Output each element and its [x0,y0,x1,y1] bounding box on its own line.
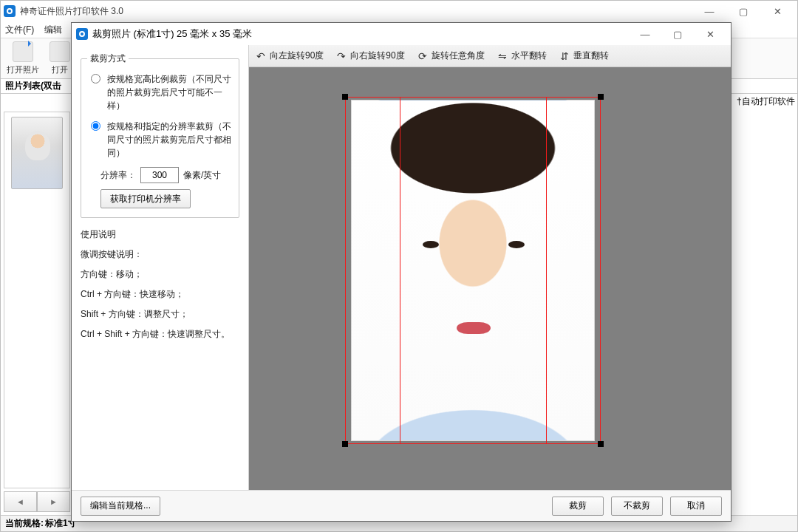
crop-handle-br[interactable] [598,441,604,447]
rotate-right-label: 向右旋转90度 [350,50,404,62]
menu-edit[interactable]: 编辑 [44,24,62,36]
instructions-line-5: Ctrl + Shift + 方向键：快速调整尺寸。 [81,328,239,341]
get-printer-resolution-button[interactable]: 获取打印机分辨率 [100,189,191,208]
dialog-minimize-button[interactable]: — [629,23,661,45]
dialog-left-panel: 裁剪方式 按规格宽高比例裁剪（不同尺寸的照片裁剪完后尺寸可能不一样） 按规格和指… [72,45,249,490]
instructions-line-4: Shift + 方向键：调整尺寸； [81,308,239,321]
rotate-any-button[interactable]: ⟳ 旋转任意角度 [417,50,485,62]
flip-vertical-button[interactable]: ⇵ 垂直翻转 [559,50,609,62]
crop-handle-tr[interactable] [598,94,604,100]
open-photo-icon [13,41,33,62]
crop-handle-tl[interactable] [342,94,348,100]
dialog-close-button[interactable]: ✕ [694,23,726,45]
dialog-footer: 编辑当前规格... 裁剪 不裁剪 取消 [72,490,731,521]
dialog-title: 裁剪照片 (标准1寸) 25 毫米 x 35 毫米 [92,27,252,41]
right-banner: †自动打印软件 [737,95,796,110]
flip-horizontal-label: 水平翻转 [511,50,547,62]
flip-vertical-icon: ⇵ [559,50,570,62]
instructions: 使用说明 微调按键说明： 方向键：移动； Ctrl + 方向键：快速移动； Sh… [81,228,239,341]
flip-vertical-label: 垂直翻转 [573,50,609,62]
crop-option-resolution[interactable]: 按规格和指定的分辨率裁剪（不同尺寸的照片裁剪完后尺寸都相同） [87,120,233,160]
main-minimize-button[interactable]: — [692,1,726,21]
crop-option-aspect-label: 按规格宽高比例裁剪（不同尺寸的照片裁剪完后尺寸可能不一样） [107,72,233,112]
crop-dialog: 裁剪照片 (标准1寸) 25 毫米 x 35 毫米 — ▢ ✕ 裁剪方式 按规格… [71,22,732,522]
open-label: 打开 [52,64,68,75]
edit-spec-button[interactable]: 编辑当前规格... [81,497,160,516]
resolution-label: 分辨率： [100,169,136,182]
dialog-titlebar: 裁剪照片 (标准1寸) 25 毫米 x 35 毫米 — ▢ ✕ [72,23,731,45]
cancel-button[interactable]: 取消 [670,497,722,516]
crop-rectangle[interactable] [345,97,601,444]
open-button[interactable]: 打开 [50,41,70,75]
app-icon [4,5,16,17]
instructions-title: 使用说明 [81,228,239,241]
instructions-line-3: Ctrl + 方向键：快速移动； [81,288,239,301]
main-close-button[interactable]: ✕ [760,1,794,21]
resolution-row: 分辨率： 像素/英寸 [100,167,233,183]
open-photo-button[interactable]: 打开照片 [7,41,39,75]
main-title: 神奇证件照片打印软件 3.0 [20,5,123,18]
photo-list[interactable] [4,112,70,488]
rotate-right-icon: ↷ [335,50,347,62]
instructions-line-2: 方向键：移动； [81,268,239,281]
crop-option-aspect[interactable]: 按规格宽高比例裁剪（不同尺寸的照片裁剪完后尺寸可能不一样） [87,72,233,112]
crop-mode-group: 裁剪方式 按规格宽高比例裁剪（不同尺寸的照片裁剪完后尺寸可能不一样） 按规格和指… [81,52,239,218]
crop-handle-bl[interactable] [342,441,348,447]
dialog-right-panel: ↶ 向左旋转90度 ↷ 向右旋转90度 ⟳ 旋转任意角度 ⇋ 水平翻转 ⇵ [249,45,731,490]
main-maximize-button[interactable]: ▢ [726,1,760,21]
no-crop-button[interactable]: 不裁剪 [611,497,663,516]
flip-horizontal-button[interactable]: ⇋ 水平翻转 [497,50,547,62]
rotate-right-button[interactable]: ↷ 向右旋转90度 [335,50,404,62]
crop-option-resolution-label: 按规格和指定的分辨率裁剪（不同尺寸的照片裁剪完后尺寸都相同） [107,120,233,160]
dialog-maximize-button[interactable]: ▢ [661,23,694,45]
instructions-line-1: 微调按键说明： [81,248,239,261]
list-prev-button[interactable]: ◄ [4,491,37,512]
main-window-controls: — ▢ ✕ [692,1,794,21]
list-next-button[interactable]: ► [37,491,70,512]
flip-horizontal-icon: ⇋ [497,50,508,62]
rotate-left-button[interactable]: ↶ 向左旋转90度 [255,50,324,62]
crop-option-aspect-radio[interactable] [91,74,100,83]
crop-option-resolution-radio[interactable] [91,121,100,131]
crop-guide-left [400,97,400,444]
dialog-body: 裁剪方式 按规格宽高比例裁剪（不同尺寸的照片裁剪完后尺寸可能不一样） 按规格和指… [72,45,731,490]
open-icon [50,41,70,62]
rotate-any-icon: ⟳ [417,50,429,62]
status-label: 当前规格: [5,517,44,530]
dialog-icon [76,28,88,40]
dialog-window-controls: — ▢ ✕ [629,23,726,45]
rotate-left-label: 向左旋转90度 [270,50,324,62]
main-titlebar: 神奇证件照片打印软件 3.0 — ▢ ✕ [1,1,797,21]
canvas-area[interactable] [249,67,731,490]
rotate-any-label: 旋转任意角度 [432,50,485,62]
photo-list-nav: ◄ ► [4,491,70,512]
menu-file[interactable]: 文件(F) [5,24,34,36]
rotate-left-icon: ↶ [255,50,267,62]
crop-guide-right [546,97,547,444]
crop-mode-legend: 裁剪方式 [87,52,129,65]
crop-toolbar: ↶ 向左旋转90度 ↷ 向右旋转90度 ⟳ 旋转任意角度 ⇋ 水平翻转 ⇵ [249,45,731,67]
resolution-unit: 像素/英寸 [183,169,221,182]
open-photo-label: 打开照片 [7,64,39,75]
photo-thumbnail[interactable] [11,117,63,189]
crop-button[interactable]: 裁剪 [552,497,604,516]
resolution-input[interactable] [140,167,179,183]
